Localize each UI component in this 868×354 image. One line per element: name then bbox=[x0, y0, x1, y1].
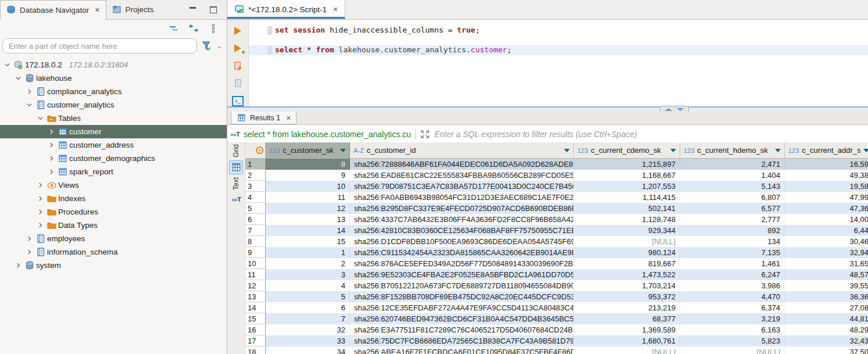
grid-corner-cell[interactable] bbox=[245, 142, 266, 159]
sql-console-icon[interactable]: >_ bbox=[232, 96, 244, 106]
table-row[interactable]: 310sha256:79D08751C3EA7C83BA57D177E00413… bbox=[245, 181, 868, 192]
object-filter-input[interactable] bbox=[2, 38, 197, 53]
cell[interactable]: 14,00 bbox=[785, 214, 868, 225]
column-header-c_customer_id[interactable]: A-Zc_customer_id bbox=[350, 142, 574, 159]
cell[interactable]: 48,29 bbox=[785, 324, 868, 335]
cell[interactable]: 1,369,589 bbox=[574, 324, 680, 335]
cell[interactable]: 30,46 bbox=[785, 236, 868, 247]
cell[interactable]: 15 bbox=[266, 236, 350, 247]
cell[interactable]: 6,247 bbox=[680, 269, 785, 280]
cell[interactable]: 1,215,897 bbox=[574, 159, 680, 170]
cell[interactable]: 502,141 bbox=[574, 203, 680, 214]
column-header-c_current_cdemo_sk[interactable]: 123c_current_cdemo_sk bbox=[574, 142, 680, 159]
cell[interactable]: 6,44 bbox=[785, 225, 868, 236]
tree-item-views[interactable]: Views bbox=[0, 178, 227, 192]
cell[interactable]: 34 bbox=[266, 346, 350, 354]
code-line[interactable]: select * from lakehouse.customer_analyti… bbox=[249, 45, 868, 55]
tree-item-customer-analytics[interactable]: customer_analytics bbox=[0, 98, 227, 112]
column-header-c_current_hdemo_sk[interactable]: 123c_current_hdemo_sk bbox=[680, 142, 785, 159]
cell[interactable]: 2,471 bbox=[680, 159, 785, 170]
chevron-down-icon[interactable]: ⌄ bbox=[217, 42, 222, 50]
chevron-right-icon[interactable] bbox=[47, 141, 56, 150]
cell[interactable]: 32 bbox=[266, 324, 350, 335]
table-row[interactable]: 512sha256:B295D8FC337E9E4FECD0725D907ACD… bbox=[245, 203, 868, 214]
cell[interactable]: sha256:D1CDF8DBB10F500EA9693C86DE6DEAA05… bbox=[350, 236, 574, 247]
grid-presentation-icon[interactable] bbox=[229, 160, 243, 174]
cell[interactable]: 37,50 bbox=[785, 346, 868, 354]
cell[interactable]: 36,36 bbox=[785, 291, 868, 302]
close-icon[interactable]: × bbox=[333, 5, 338, 13]
cell[interactable]: 1,680,761 bbox=[574, 335, 680, 346]
chevron-right-icon[interactable] bbox=[35, 194, 45, 203]
column-dropdown-icon[interactable] bbox=[564, 149, 570, 152]
chevron-down-icon[interactable] bbox=[13, 74, 23, 83]
code-line[interactable] bbox=[249, 35, 868, 45]
cell[interactable]: sha256:9E52303CE4FBA2E2F0525E8A5BFBD2C1A… bbox=[350, 269, 574, 280]
cell[interactable]: 14 bbox=[266, 225, 350, 236]
row-number[interactable]: 14 bbox=[245, 302, 266, 313]
filter-funnel-icon[interactable] bbox=[202, 41, 212, 51]
chevron-right-icon[interactable] bbox=[35, 221, 45, 230]
cell[interactable]: 47,99 bbox=[785, 192, 868, 203]
cell[interactable]: 10 bbox=[266, 181, 350, 192]
table-row[interactable]: 1733sha256:75DC7FCB6686EDA72565C1B838CA7… bbox=[245, 335, 868, 346]
cell[interactable]: 1,473,522 bbox=[574, 269, 680, 280]
chevron-right-icon[interactable] bbox=[35, 181, 45, 190]
cell[interactable]: sha256:C9115342454A2323DA815865CAA326064… bbox=[350, 247, 574, 258]
row-number[interactable]: 1 bbox=[245, 159, 266, 170]
row-number[interactable]: 16 bbox=[245, 324, 266, 335]
text-presentation-label[interactable]: Text bbox=[232, 177, 240, 190]
cell[interactable]: 27,08 bbox=[785, 302, 868, 313]
tree-item-spark-report[interactable]: spark_report bbox=[0, 165, 227, 178]
cell[interactable]: [NULL] bbox=[680, 346, 785, 354]
cell[interactable]: sha256:B295D8FC337E9E4FECD0725D907ACD6B6… bbox=[350, 203, 574, 214]
results-filter-query[interactable]: select * from lakehouse.customer_analyti… bbox=[244, 130, 411, 139]
cell[interactable]: [NULL] bbox=[574, 346, 680, 354]
cell[interactable]: sha256:8F1528BB708DF69EB475DC92A8C20EC44… bbox=[350, 291, 574, 302]
cell[interactable]: sha256:EAD8E61C8C22E555834FBBA9B60556CB2… bbox=[350, 170, 574, 181]
table-row[interactable]: 815sha256:D1CDF8DBB10F500EA9693C86DE6DEA… bbox=[245, 236, 868, 247]
table-row[interactable]: 714sha256:42810C83B0360CE125634F068BAF8F… bbox=[245, 225, 868, 236]
cell[interactable]: 44,81 bbox=[785, 313, 868, 324]
view-menu-icon[interactable] bbox=[208, 23, 219, 34]
table-row[interactable]: 113sha256:9E52303CE4FBA2E2F0525E8A5BFBD2… bbox=[245, 269, 868, 280]
cell[interactable]: sha256:876ACE5EFED349A2D56F77D5084891433… bbox=[350, 258, 574, 269]
column-header-c_current_addr_sk[interactable]: 123c_current_addr_sk bbox=[785, 142, 868, 159]
cell[interactable]: 4,470 bbox=[680, 291, 785, 302]
cell[interactable]: 819,667 bbox=[574, 258, 680, 269]
cell[interactable]: 3 bbox=[266, 269, 350, 280]
cell[interactable]: sha256:42810C83B0360CE125634F068BAF8FF75… bbox=[350, 225, 574, 236]
tab-results-1[interactable]: Results 1 × bbox=[231, 112, 297, 124]
chevron-right-icon[interactable] bbox=[47, 167, 56, 177]
execute-statement-icon[interactable] bbox=[232, 26, 244, 35]
cell[interactable]: 47,36 bbox=[785, 203, 868, 214]
tab-database-navigator[interactable]: Database Navigator × bbox=[0, 0, 106, 20]
tree-item-procedures[interactable]: Procedures bbox=[0, 205, 227, 219]
tree-item-customer[interactable]: customer bbox=[0, 125, 227, 138]
cell[interactable]: 953,372 bbox=[574, 291, 680, 302]
cell[interactable]: sha256:E3A77511F81C7289C76C4065217D5D406… bbox=[350, 324, 574, 335]
cell[interactable]: 12 bbox=[266, 203, 350, 214]
cell[interactable]: sha256:79D08751C3EA7C83BA57D177E00413D0C… bbox=[350, 181, 574, 192]
explain-plan-icon[interactable] bbox=[232, 78, 244, 88]
execute-script-icon[interactable] bbox=[232, 61, 244, 71]
table-row[interactable]: 135sha256:8F1528BB708DF69EB475DC92A8C20E… bbox=[245, 291, 868, 302]
row-number[interactable]: 12 bbox=[245, 280, 266, 291]
cell[interactable]: 8 bbox=[266, 159, 350, 170]
row-number[interactable]: 15 bbox=[245, 313, 266, 324]
cell[interactable]: sha256:FA0ABB6943B98054FC31D12D3E3AEC689… bbox=[350, 192, 574, 203]
cell[interactable]: 5,823 bbox=[680, 335, 785, 346]
tree-item-tables[interactable]: Tables bbox=[0, 112, 227, 125]
row-number[interactable]: 7 bbox=[245, 225, 266, 236]
column-dropdown-icon[interactable] bbox=[775, 149, 781, 152]
cell[interactable]: 134 bbox=[680, 236, 785, 247]
table-row[interactable]: 91sha256:C9115342454A2323DA815865CAA3260… bbox=[245, 247, 868, 258]
chevron-right-icon[interactable] bbox=[35, 208, 45, 217]
cell[interactable]: 3,986 bbox=[680, 280, 785, 291]
table-row[interactable]: 146sha256:12CE35EFDABF272A4A47E9FA9CC5D4… bbox=[245, 302, 868, 313]
chevron-down-icon[interactable] bbox=[35, 114, 45, 123]
cell[interactable]: 1,207,553 bbox=[574, 181, 680, 192]
cell[interactable]: 6 bbox=[266, 302, 350, 313]
row-number[interactable]: 4 bbox=[245, 192, 266, 203]
cell[interactable]: 39,55 bbox=[785, 280, 868, 291]
